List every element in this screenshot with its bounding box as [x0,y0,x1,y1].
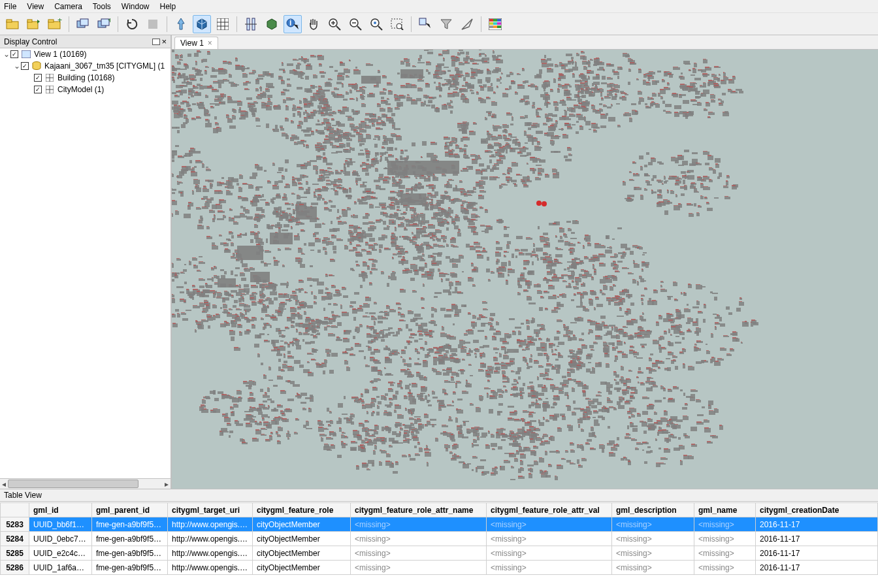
scroll-left-icon[interactable]: ◂ [0,480,8,488]
cell-role-attr-val[interactable]: <missing> [487,561,612,575]
cell-target-uri[interactable]: http://www.opengis.n... [168,546,253,561]
col-gml-description[interactable]: gml_description [612,503,694,517]
col-gml-id[interactable]: gml_id [29,503,92,517]
world-button[interactable] [263,15,281,33]
cell-creation-date[interactable]: 2016-11-17 [756,532,878,546]
cell-target-uri[interactable]: http://www.opengis.n... [168,561,253,575]
tree-horizontal-scrollbar[interactable]: ◂ ▸ [0,478,171,489]
tree-row-layer[interactable]: ⌄ Kajaani_3067_tm35 [CITYGML] (1 [0,60,171,72]
new-folder-button[interactable]: + [46,15,64,33]
cell-gml-description[interactable]: <missing> [612,546,694,561]
col-gml-parent-id[interactable]: gml_parent_id [92,503,168,517]
feature-table[interactable]: gml_id gml_parent_id citygml_target_uri … [0,502,878,575]
cell-target-uri[interactable]: http://www.opengis.n... [168,532,253,546]
new-view-button[interactable]: + [95,15,113,33]
navigate-button[interactable] [458,15,476,33]
cell-target-uri[interactable]: http://www.opengis.n... [168,517,253,532]
cell-creation-date[interactable]: 2016-11-17 [756,561,878,575]
cell-gml-parent-id[interactable]: fme-gen-a9bf9f59... [92,546,168,561]
tree-row-citymodel[interactable]: CityModel (1) [0,84,171,95]
tree-twisty-icon[interactable]: ⌄ [3,50,10,59]
cell-role-attr-val[interactable]: <missing> [487,517,612,532]
tree-row-building[interactable]: Building (10168) [0,72,171,84]
zoom-selection-button[interactable] [388,15,406,33]
cell-gml-name[interactable]: <missing> [694,546,756,561]
cell-gml-id[interactable]: UUID_bb6f1883... [29,517,92,532]
refresh-button[interactable] [123,15,141,33]
cell-feature-role[interactable]: cityObjectMember [253,561,351,575]
tree-twisty-icon[interactable]: ⌄ [13,61,21,71]
cell-rownum[interactable]: 5283 [1,517,29,532]
cell-role-attr-name[interactable]: <missing> [351,517,487,532]
open-recent-button[interactable] [25,15,43,33]
select-button[interactable] [416,15,434,33]
cell-gml-name[interactable]: <missing> [694,517,756,532]
cell-rownum[interactable]: 5286 [1,561,29,575]
table-row[interactable]: 5286UUID_1af6addb...fme-gen-a9bf9f59...h… [1,561,878,575]
toggle-3d-button[interactable] [193,15,211,33]
duplicate-view-button[interactable] [74,15,92,33]
table-row[interactable]: 5283UUID_bb6f1883...fme-gen-a9bf9f59...h… [1,517,878,532]
scroll-right-icon[interactable]: ▸ [163,480,171,488]
cell-gml-name[interactable]: <missing> [694,561,756,575]
table-row[interactable]: 5285UUID_e2c4cecd...fme-gen-a9bf9f59...h… [1,546,878,561]
pan-button[interactable] [304,15,323,33]
zoom-out-button[interactable] [346,15,365,33]
cell-gml-name[interactable]: <missing> [694,532,756,546]
cell-role-attr-name[interactable]: <missing> [351,546,487,561]
col-target-uri[interactable]: citygml_target_uri [168,503,253,517]
col-rownum[interactable] [1,503,29,517]
cell-role-attr-name[interactable]: <missing> [351,532,487,546]
cell-feature-role[interactable]: cityObjectMember [253,532,351,546]
tree-checkbox[interactable] [34,86,42,93]
tree-checkbox[interactable] [10,50,18,58]
col-feature-role[interactable]: citygml_feature_role [253,503,351,517]
mark-tool-button[interactable] [172,15,190,33]
cell-rownum[interactable]: 5284 [1,532,29,546]
col-gml-name[interactable]: gml_name [694,503,756,517]
color-table-button[interactable] [486,15,504,33]
table-row[interactable]: 5284UUID_0ebc78df...fme-gen-a9bf9f59...h… [1,532,878,546]
measure-button[interactable] [242,15,260,33]
menu-file[interactable]: File [4,2,16,11]
col-role-attr-name[interactable]: citygml_feature_role_attr_name [351,503,487,517]
menu-help[interactable]: Help [160,2,176,11]
cell-role-attr-val[interactable]: <missing> [487,532,612,546]
cell-gml-parent-id[interactable]: fme-gen-a9bf9f59... [92,517,168,532]
col-role-attr-val[interactable]: citygml_feature_role_attr_val [487,503,612,517]
cell-gml-description[interactable]: <missing> [612,532,694,546]
tree-checkbox[interactable] [34,74,42,82]
tree-row-view[interactable]: ⌄ View 1 (10169) [0,48,171,60]
cell-gml-id[interactable]: UUID_0ebc78df... [29,532,92,546]
menu-camera[interactable]: Camera [54,2,82,11]
tree-checkbox[interactable] [21,62,29,70]
cell-creation-date[interactable]: 2016-11-17 [756,517,878,532]
table-view[interactable]: gml_id gml_parent_id citygml_target_uri … [0,502,878,588]
scrollbar-thumb[interactable] [8,480,138,488]
filter-button[interactable] [437,15,455,33]
cell-creation-date[interactable]: 2016-11-17 [756,546,878,561]
cell-rownum[interactable]: 5285 [1,546,29,561]
zoom-extents-button[interactable] [367,15,385,33]
menu-tools[interactable]: Tools [93,2,111,11]
cell-role-attr-val[interactable]: <missing> [487,546,612,561]
cell-gml-description[interactable]: <missing> [612,561,694,575]
cell-feature-role[interactable]: cityObjectMember [253,517,351,532]
layer-tree[interactable]: ⌄ View 1 (10169) ⌄ Kajaani_3067_tm35 [CI… [0,48,171,478]
cell-gml-description[interactable]: <missing> [612,517,694,532]
cell-feature-role[interactable]: cityObjectMember [253,546,351,561]
grid-button[interactable] [214,15,232,33]
col-creation-date[interactable]: citygml_creationDate [756,503,878,517]
cell-role-attr-name[interactable]: <missing> [351,561,487,575]
menu-window[interactable]: Window [122,2,150,11]
undock-icon[interactable] [152,39,160,45]
cell-gml-id[interactable]: UUID_e2c4cecd... [29,546,92,561]
cell-gml-parent-id[interactable]: fme-gen-a9bf9f59... [92,532,168,546]
cell-gml-id[interactable]: UUID_1af6addb... [29,561,92,575]
menu-view[interactable]: View [27,2,44,11]
tab-view-1[interactable]: View 1 × [174,37,218,49]
map-canvas[interactable] [172,50,878,489]
close-panel-icon[interactable]: × [161,37,167,46]
cell-gml-parent-id[interactable]: fme-gen-a9bf9f59... [92,561,168,575]
identify-button[interactable]: i [284,15,302,33]
